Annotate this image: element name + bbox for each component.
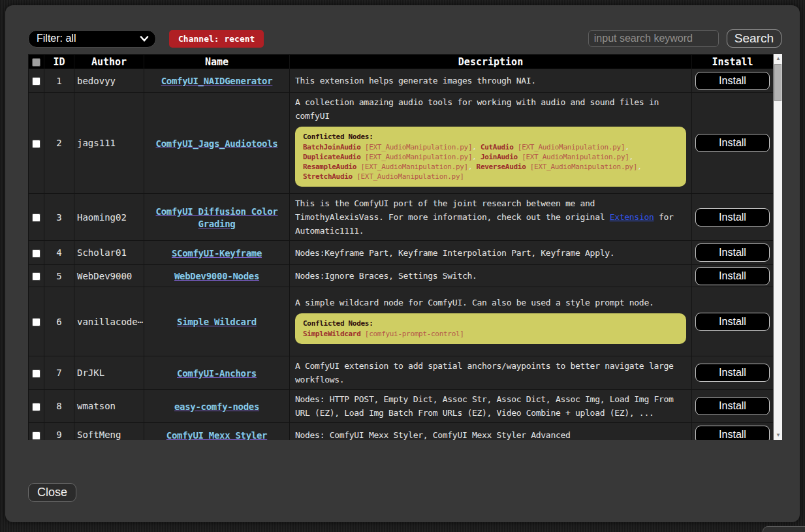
- row-author: vanillacode⋯: [74, 287, 144, 356]
- extension-name-link[interactable]: ComfyUI_NAIDGenerator: [161, 76, 273, 86]
- conflict-node-name: SimpleWildcard: [303, 330, 361, 338]
- conflict-node-source: [comfyui-prompt-control]: [365, 330, 464, 338]
- conflict-node-name: StretchAudio: [303, 172, 353, 181]
- row-id: 9: [44, 423, 74, 441]
- column-header-install: Install: [692, 55, 774, 69]
- row-checkbox[interactable]: [32, 272, 40, 281]
- row-install-cell: Install: [692, 93, 774, 194]
- install-button[interactable]: Install: [695, 72, 770, 90]
- extension-name-link[interactable]: ComfyUI_Jags_Audiotools: [156, 138, 278, 149]
- column-header-name: Name: [144, 55, 290, 69]
- row-checkbox-cell: [29, 93, 44, 194]
- row-checkbox-cell: [29, 287, 44, 356]
- row-description: A simple wildcard node for ComfyUI. Can …: [295, 298, 654, 307]
- conflict-node-source: [EXT_AudioManipulation.py]: [365, 143, 472, 151]
- row-install-cell: Install: [692, 265, 774, 287]
- extension-name-link[interactable]: SComfyUI-Keyframe: [172, 248, 262, 258]
- scroll-down-arrow[interactable]: ▼: [774, 431, 782, 440]
- conflict-node-name: DuplicateAudio: [303, 153, 361, 161]
- row-checkbox[interactable]: [32, 403, 40, 411]
- row-author: bedovyy: [74, 69, 144, 93]
- extension-name-link[interactable]: easy-comfy-nodes: [174, 401, 259, 412]
- row-name-cell: easy-comfy-nodes: [144, 390, 290, 423]
- conflict-node-source: [EXT_AudioManipulation.py]: [518, 143, 625, 151]
- background-button-peek: [763, 526, 805, 532]
- row-install-cell: Install: [692, 423, 774, 441]
- table-row: 9SoftMengComfyUI_Mexx_StylerNodes: Comfy…: [29, 423, 774, 441]
- row-author: WebDev9000: [74, 265, 144, 287]
- chevron-down-icon: [140, 36, 149, 42]
- conflict-node-source: [EXT_AudioManipulation.py]: [361, 163, 468, 171]
- row-description: Nodes: ComfyUI Mexx Styler, ComfyUI Mexx…: [295, 430, 571, 440]
- search-button[interactable]: Search: [727, 29, 781, 48]
- install-button[interactable]: Install: [695, 243, 770, 262]
- channel-badge[interactable]: Channel: recent: [169, 30, 264, 48]
- row-author: wmatson: [74, 390, 144, 423]
- extension-name-link[interactable]: Simple Wildcard: [177, 317, 257, 327]
- install-button[interactable]: Install: [695, 208, 770, 227]
- install-button[interactable]: Install: [695, 397, 770, 415]
- table-row: 4Scholar01SComfyUI-KeyframeNodes:Keyfram…: [29, 241, 774, 265]
- row-description-cell: A simple wildcard node for ComfyUI. Can …: [290, 287, 692, 356]
- row-install-cell: Install: [692, 287, 774, 356]
- row-checkbox[interactable]: [32, 213, 40, 222]
- toolbar: Filter: all Channel: recent Search: [5, 5, 800, 48]
- row-checkbox-cell: [29, 356, 44, 390]
- row-name-cell: WebDev9000-Nodes: [144, 265, 290, 287]
- table-row: 2jags111ComfyUI_Jags_AudiotoolsA collect…: [29, 93, 774, 194]
- row-checkbox[interactable]: [32, 249, 40, 258]
- description-link[interactable]: Extension: [610, 212, 654, 222]
- row-author: Scholar01: [74, 241, 144, 265]
- row-checkbox[interactable]: [32, 369, 40, 378]
- row-checkbox[interactable]: [32, 318, 40, 326]
- extension-name-link[interactable]: ComfyUI Diffusion Color Grading: [156, 206, 278, 229]
- row-id: 8: [44, 390, 74, 423]
- close-button[interactable]: Close: [28, 483, 76, 502]
- row-checkbox-cell: [29, 423, 44, 441]
- row-name-cell: Simple Wildcard: [144, 287, 290, 356]
- row-description: This is the ComfyUI port of the joint re…: [295, 198, 610, 222]
- row-author: SoftMeng: [74, 423, 144, 441]
- install-button[interactable]: Install: [695, 313, 770, 331]
- table-row: 8wmatsoneasy-comfy-nodesNodes: HTTP POST…: [29, 390, 774, 423]
- conflict-node-name: CutAudio: [481, 143, 514, 151]
- extension-name-link[interactable]: ComfyUI_Mexx_Styler: [166, 430, 267, 441]
- table-row: 3Haoming02ComfyUI Diffusion Color Gradin…: [29, 194, 774, 241]
- column-header-id: ID: [44, 55, 74, 69]
- table-row: 7DrJKLComfyUI-AnchorsA ComfyUI extension…: [29, 356, 774, 390]
- row-id: 7: [44, 356, 74, 390]
- row-description-cell: Nodes: ComfyUI Mexx Styler, ComfyUI Mexx…: [290, 423, 692, 441]
- conflict-title: Conflicted Nodes:: [303, 319, 678, 328]
- conflict-node-name: ReverseAudio: [477, 163, 526, 171]
- row-name-cell: ComfyUI_Jags_Audiotools: [144, 93, 290, 194]
- search-input[interactable]: [588, 30, 719, 47]
- scroll-thumb[interactable]: [774, 64, 781, 101]
- row-install-cell: Install: [692, 241, 774, 265]
- extension-name-link[interactable]: ComfyUI-Anchors: [177, 368, 257, 379]
- select-all-checkbox[interactable]: [32, 58, 40, 67]
- row-description: This extension helps generate images thr…: [295, 76, 536, 86]
- scroll-up-arrow[interactable]: ▲: [774, 54, 782, 63]
- table-row: 5WebDev9000WebDev9000-NodesNodes:Ignore …: [29, 265, 774, 287]
- install-button[interactable]: Install: [695, 267, 770, 285]
- filter-select[interactable]: Filter: all: [28, 30, 156, 48]
- row-id: 4: [44, 241, 74, 265]
- install-button[interactable]: Install: [695, 426, 770, 440]
- row-description-cell: Nodes:Keyframe Part, Keyframe Interpolat…: [290, 241, 692, 265]
- install-button[interactable]: Install: [695, 364, 770, 382]
- install-button[interactable]: Install: [695, 134, 770, 152]
- row-checkbox[interactable]: [32, 431, 40, 440]
- conflict-node-name: JoinAudio: [481, 153, 518, 161]
- row-description: A ComfyUI extension to add spatial ancho…: [295, 361, 674, 384]
- table-scrollbar[interactable]: ▲ ▼: [773, 54, 782, 440]
- conflict-node-list: SimpleWildcard [comfyui-prompt-control]: [303, 329, 678, 339]
- row-name-cell: ComfyUI-Anchors: [144, 356, 290, 390]
- row-checkbox[interactable]: [32, 140, 40, 148]
- custom-nodes-manager-dialog: Filter: all Channel: recent Search IDAut…: [5, 5, 800, 522]
- conflict-node-name: ResampleAudio: [303, 163, 356, 171]
- row-description-cell: Nodes:Ignore Braces, Settings Switch.: [290, 265, 692, 287]
- conflict-title: Conflicted Nodes:: [303, 132, 678, 142]
- row-checkbox[interactable]: [32, 77, 40, 86]
- row-description-cell: A ComfyUI extension to add spatial ancho…: [290, 356, 692, 390]
- extension-name-link[interactable]: WebDev9000-Nodes: [174, 271, 259, 281]
